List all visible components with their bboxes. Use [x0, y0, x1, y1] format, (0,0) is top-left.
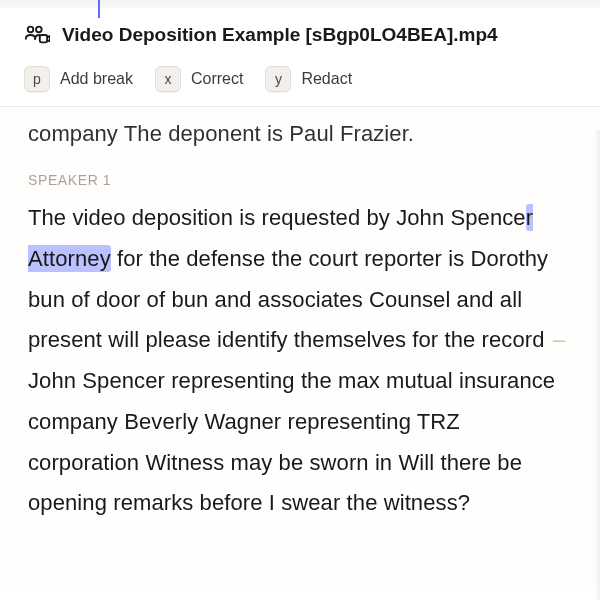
segment-divider: – [551, 327, 567, 352]
svg-rect-2 [40, 35, 47, 42]
svg-point-0 [28, 27, 34, 33]
body-pre: The video deposition is requested by Joh… [28, 205, 526, 230]
file-header: Video Deposition Example [sBgp0LO4BEA].m… [0, 8, 600, 58]
transcript-area[interactable]: company The deponent is Paul Frazier. SP… [0, 107, 600, 585]
svg-point-1 [36, 27, 42, 33]
key-x: x [155, 66, 181, 92]
video-people-icon [24, 24, 50, 46]
file-title: Video Deposition Example [sBgp0LO4BEA].m… [62, 24, 498, 46]
redact-button[interactable]: y Redact [265, 66, 352, 92]
body-post: John Spencer representing the max mutual… [28, 368, 555, 515]
key-p: p [24, 66, 50, 92]
correct-label: Correct [191, 70, 243, 88]
action-toolbar: p Add break x Correct y Redact [0, 58, 600, 107]
prev-segment-tail: company The deponent is Paul Frazier. [28, 115, 572, 152]
timeline-strip [0, 0, 600, 8]
transcript-body[interactable]: The video deposition is requested by Joh… [28, 198, 572, 524]
speaker-label: SPEAKER 1 [28, 172, 572, 188]
redact-label: Redact [301, 70, 352, 88]
key-y: y [265, 66, 291, 92]
correct-button[interactable]: x Correct [155, 66, 243, 92]
add-break-label: Add break [60, 70, 133, 88]
playhead-marker[interactable] [98, 0, 100, 18]
add-break-button[interactable]: p Add break [24, 66, 133, 92]
